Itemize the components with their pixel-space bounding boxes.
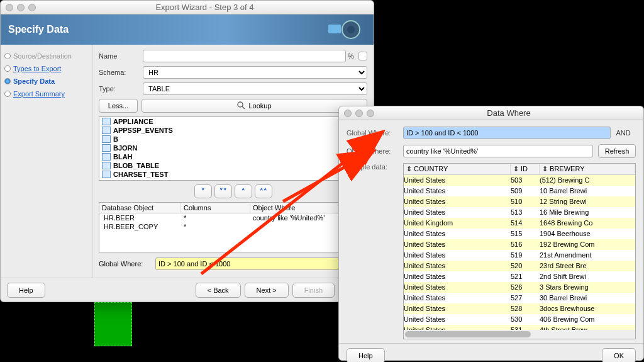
table-icon [102,171,111,178]
table-icon [102,135,111,143]
global-where-input[interactable] [155,257,367,270]
name-checkbox[interactable] [358,52,367,60]
svg-point-1 [347,26,355,33]
schema-select[interactable]: HR [143,66,367,79]
table-row[interactable]: United States52023rd Street Bre [404,261,635,271]
refresh-button[interactable]: Refresh [598,144,636,158]
nav-step-types[interactable]: Types to Export [3,62,89,75]
table-icon [102,162,111,169]
table-row[interactable]: United States5263 Stars Brewing [404,282,635,293]
move-up-button[interactable]: ˄ [235,184,252,198]
dw-global-input[interactable] [403,127,611,139]
col-header-columns: Columns [181,203,250,213]
lookup-button[interactable]: Lookup [142,99,367,113]
table-row[interactable]: United States52730 Barrel Brewi [404,293,635,303]
wizard-title: Export Wizard - Step 3 of 4 [36,3,374,12]
nav-step-specify[interactable]: Specify Data [3,75,89,88]
table-row[interactable]: United States5283docs Brewhouse [404,303,635,314]
less-button[interactable]: Less... [99,99,138,113]
type-select[interactable]: TABLE [143,82,367,95]
selected-table[interactable]: Database Object Columns Object Where HR.… [99,202,367,252]
table-icon [102,127,111,134]
svg-point-3 [238,102,243,107]
col-header-object: Database Object [99,203,181,213]
col-header-id[interactable]: ⇕ ID [511,164,540,174]
table-row[interactable]: United States50910 Barrel Brewi [404,186,635,196]
next-button[interactable]: Next > [245,283,289,298]
wizard-nav: Source/Destination Types to Export Speci… [1,45,92,278]
back-button[interactable]: < Back [196,283,241,298]
wizard-header-text: Specify Data [8,24,69,35]
list-item: APPSSP_EVENTS [99,126,367,135]
type-label: Type: [99,85,143,93]
table-row[interactable]: United States5212nd Shift Brewi [404,271,635,282]
nav-step-summary[interactable]: Export Summary [3,88,89,100]
move-all-down-button[interactable]: ˅˅ [214,184,232,198]
table-row[interactable]: United Kingdom5141648 Brewing Co [404,218,635,229]
list-item: BJORN [99,144,367,152]
list-item: BLAH [99,152,367,161]
svg-line-4 [242,106,245,109]
wizard-header: Specify Data [1,14,374,45]
help-button[interactable]: Help [7,283,45,298]
close-icon[interactable] [6,4,13,11]
ok-button[interactable]: OK [602,348,636,363]
dw-help-button[interactable]: Help [347,348,385,363]
table-icon [102,118,111,125]
svg-rect-2 [328,25,341,33]
table-row: HR.BEER_COPY * [99,222,367,231]
table-row[interactable]: United States503(512) Brewing C [404,175,635,186]
minimize-icon[interactable] [355,110,363,117]
finish-button: Finish [292,283,335,298]
export-wizard-window: Export Wizard - Step 3 of 4 Specify Data… [0,0,374,302]
background-green-bar [94,302,132,346]
schema-label: Schema: [99,69,143,76]
percent-label: % [346,52,356,60]
close-icon[interactable] [344,110,352,117]
dw-title: Data Where [374,108,643,118]
table-row[interactable]: United States5151904 Beerhouse [404,229,635,239]
zoom-icon[interactable] [28,4,36,11]
name-label: Name [99,52,143,60]
col-header-brewery[interactable]: ⇕ BREWERY [540,164,635,174]
dw-titlebar[interactable]: Data Where [339,106,643,120]
dw-object-label: Object Where: [347,147,403,155]
list-item: APPLIANCE [99,117,367,126]
sample-data-label: Sample data: [347,163,403,171]
object-list[interactable]: APPLIANCE APPSSP_EVENTS B BJORN BLAH BLO… [99,116,367,181]
sample-data-table[interactable]: ⇕ COUNTRY ⇕ ID ⇕ BREWERY United States50… [403,163,636,339]
table-row[interactable]: United States530406 Brewing Com [404,314,635,325]
zoom-icon[interactable] [367,110,374,117]
move-all-up-button[interactable]: ˄˄ [255,184,272,198]
nav-step-source: Source/Destination [3,50,89,62]
table-row[interactable]: United States51921st Amendment [404,250,635,261]
dw-object-input[interactable] [403,145,593,157]
table-icon [102,153,111,161]
table-row[interactable]: United States516192 Brewing Com [404,239,635,250]
name-input[interactable] [143,50,346,62]
global-where-label: Global Where: [99,260,155,268]
table-icon [102,144,111,152]
move-down-button[interactable]: ˅ [194,184,212,198]
table-row[interactable]: United States51012 String Brewi [404,196,635,207]
minimize-icon[interactable] [17,4,25,11]
list-item: CHARSET_TEST [99,170,367,179]
data-where-dialog: Data Where Global Where: AND Object Wher… [338,106,644,361]
list-item: B [99,135,367,144]
list-item: BLOB_TABLE [99,161,367,170]
lookup-icon [237,101,246,110]
col-header-country[interactable]: ⇕ COUNTRY [404,164,511,174]
and-label: AND [611,129,636,137]
dw-global-label: Global Where: [347,129,403,137]
table-row: HR.BEER * country like '%United%' [99,213,367,222]
horizontal-scrollbar[interactable] [404,330,635,339]
gear-icon [325,18,362,41]
wizard-titlebar[interactable]: Export Wizard - Step 3 of 4 [1,1,374,14]
table-row[interactable]: United States51316 Mile Brewing [404,207,635,218]
